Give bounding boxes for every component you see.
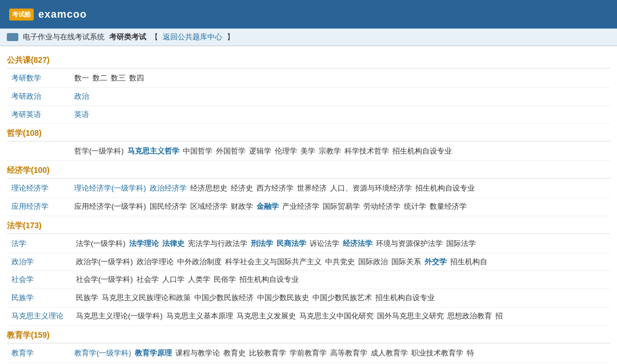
table-row: 社会学社会学(一级学科)社会学人口学人类学民俗学招生机构自设专业 — [7, 271, 610, 289]
subject-items: 哲学(一级学科)马克思主义哲学中国哲学外国哲学逻辑学伦理学美学宗教学科学技术哲学… — [70, 143, 610, 160]
subject-item-text: 中共党史 — [325, 257, 355, 266]
subject-item-text: 经济史 — [231, 184, 253, 192]
subject-item-text: 哲学(一级学科) — [74, 147, 124, 155]
logo-area: 考试酷 examcoo — [9, 9, 87, 21]
subject-item-text: 数四 — [129, 74, 144, 82]
subject-table: 法学法学(一级学科)法学理论法律史宪法学与行政法学刑法学民商法学诉讼法学经济法学… — [7, 235, 610, 326]
subject-label-link[interactable]: 民族学 — [11, 293, 34, 302]
subject-item-text: 比较教育学 — [249, 349, 286, 357]
subject-label-link[interactable]: 马克思主义理论 — [11, 312, 63, 320]
subject-table: 哲学(一级学科)马克思主义哲学中国哲学外国哲学逻辑学伦理学美学宗教学科学技术哲学… — [7, 143, 610, 161]
return-link[interactable]: 返回公共题库中心 — [163, 32, 222, 42]
subject-item-text: 中国少数民族艺术 — [312, 293, 372, 302]
table-row: 理论经济学理论经济学(一级学科)政治经济学经济思想史经济史西方经济学世界经济人口… — [7, 180, 610, 197]
subject-label-link[interactable]: 考研英语 — [11, 110, 41, 119]
subject-table: 教育学教育学(一级学科)教育学原理课程与教学论教育史比较教育学学前教育学高等教育… — [7, 345, 610, 364]
subject-item-text: 国外马克思主义研究 — [377, 312, 444, 320]
subject-items: 英语 — [70, 106, 610, 124]
table-row: 考研英语英语 — [7, 106, 610, 124]
subject-label[interactable]: 社会学 — [7, 271, 71, 289]
subject-label-link[interactable]: 理论经济学 — [11, 184, 49, 192]
section-title: 考研类考试 — [109, 32, 146, 42]
subject-label-link[interactable]: 法学 — [11, 239, 26, 248]
subject-label[interactable]: 应用经济学 — [7, 197, 70, 216]
subject-label[interactable]: 考研英语 — [7, 106, 70, 124]
subject-items: 应用经济学(一级学科)国民经济学区域经济学财政学金融学产业经济学国际贸易学劳动经… — [70, 197, 610, 216]
subject-items: 政治学(一级学科)政治学理论中外政治制度科学社会主义与国际共产主义中共党史国际政… — [71, 253, 610, 271]
subject-item-text: 法学(一级学科) — [76, 239, 126, 248]
subject-item-text: 国际政治 — [358, 257, 388, 266]
category-header: 经济学(100) — [7, 161, 610, 179]
table-row: 法学法学(一级学科)法学理论法律史宪法学与行政法学刑法学民商法学诉讼法学经济法学… — [7, 235, 610, 253]
subject-item-link-bold[interactable]: 金融学 — [257, 202, 279, 211]
subject-item-text: 政治学理论 — [137, 257, 174, 266]
subject-label[interactable]: 马克思主义理论 — [7, 307, 71, 325]
subject-item-link[interactable]: 政治经济学 — [150, 184, 187, 192]
subject-item-text: 财政学 — [231, 202, 253, 211]
subject-item-text: 美学 — [301, 147, 315, 155]
header: 考试酷 examcoo — [0, 0, 617, 29]
subject-item-link-bold[interactable]: 法学理论 — [129, 239, 159, 248]
subject-items: 社会学(一级学科)社会学人口学人类学民俗学招生机构自设专业 — [71, 271, 610, 289]
subject-item-link-bold[interactable]: 民商法学 — [277, 239, 306, 248]
subject-item-text: 劳动经济学 — [363, 202, 400, 211]
subject-label[interactable]: 教育学 — [7, 345, 70, 362]
subject-item-text: 科学社会主义与国际共产主义 — [225, 257, 322, 266]
subject-item-link[interactable]: 理论经济学(一级学科) — [74, 184, 146, 192]
subject-item-text: 招生机构自 — [450, 257, 487, 266]
system-name[interactable]: 电子作业与在线考试系统 — [23, 32, 105, 42]
subject-item-link[interactable]: 政治 — [74, 92, 89, 100]
table-row: 政治学政治学(一级学科)政治学理论中外政治制度科学社会主义与国际共产主义中共党史… — [7, 253, 610, 271]
subject-item-link-bold[interactable]: 教育学原理 — [135, 349, 172, 357]
subject-item-link-bold[interactable]: 经济法学 — [343, 239, 372, 248]
subject-item-link-bold[interactable]: 外交学 — [424, 257, 447, 266]
subject-item-text: 中国少数民族经济 — [194, 293, 254, 302]
subject-item-text: 社会学 — [137, 275, 159, 284]
subject-item-text: 中国少数民族史 — [257, 293, 309, 302]
subject-item-text: 马克思主义理论(一级学科) — [76, 312, 163, 320]
subject-label-link[interactable]: 教育学 — [11, 349, 34, 357]
subject-item-text: 数一 — [74, 74, 89, 82]
subject-label[interactable]: 民族学 — [7, 289, 71, 308]
subject-item-text: 思想政治教育 — [447, 312, 492, 320]
subject-item-text: 数量经济学 — [430, 202, 467, 211]
subject-items: 教育学(一级学科)教育学原理课程与教学论教育史比较教育学学前教育学高等教育学成人… — [70, 345, 610, 362]
subject-items: 政治 — [70, 87, 610, 106]
subject-item-link-bold[interactable]: 法律史 — [162, 239, 185, 248]
subject-item-link[interactable]: 教育学(一级学科) — [74, 349, 131, 357]
subject-item-link[interactable]: 英语 — [74, 110, 89, 119]
subject-item-text: 马克思主义民族理论和政策 — [102, 293, 191, 302]
subject-item-text: 数三 — [111, 74, 126, 82]
subject-item-text: 教育史 — [223, 349, 246, 357]
subject-item-text: 应用经济学(一级学科) — [74, 202, 146, 211]
subject-label — [7, 143, 70, 160]
subject-item-text: 国际贸易学 — [323, 202, 360, 211]
subject-item-text: 环境与资源保护法学 — [376, 239, 443, 248]
main-content: 公共课(827)考研数学数一数二数三数四考研政治政治考研英语英语哲学(108)哲… — [0, 46, 617, 364]
subject-label-link[interactable]: 应用经济学 — [11, 202, 49, 211]
table-row: 考研数学数一数二数三数四 — [7, 70, 610, 87]
subject-item-text: 诉讼法学 — [310, 239, 339, 248]
bracket-open: 【 — [151, 32, 158, 42]
subject-label-link[interactable]: 政治学 — [11, 257, 34, 266]
subject-item-text: 特 — [467, 349, 474, 357]
category-header: 哲学(108) — [7, 124, 610, 141]
subject-label-link[interactable]: 考研政治 — [11, 92, 41, 100]
subject-label[interactable]: 法学 — [7, 235, 71, 253]
logo-text: examcoo — [38, 9, 87, 21]
table-row: 应用经济学应用经济学(一级学科)国民经济学区域经济学财政学金融学产业经济学国际贸… — [7, 197, 610, 216]
subject-item-link-bold[interactable]: 刑法学 — [251, 239, 273, 248]
subject-label[interactable]: 理论经济学 — [7, 180, 70, 197]
subject-label[interactable]: 政治学 — [7, 253, 71, 271]
subject-item-text: 科学技术哲学 — [344, 147, 389, 155]
subject-item-text: 课程与教学论 — [175, 349, 220, 357]
subject-label-link[interactable]: 社会学 — [11, 275, 34, 284]
subject-item-text: 马克思主义基本原理 — [166, 312, 233, 320]
subject-items: 数一数二数三数四 — [70, 70, 610, 87]
subject-item-text: 马克思主义中国化研究 — [299, 312, 374, 320]
subject-label-link[interactable]: 考研数学 — [11, 74, 41, 82]
subject-label[interactable]: 考研数学 — [7, 70, 70, 87]
category-header: 公共课(827) — [7, 51, 610, 68]
subject-item-link-bold[interactable]: 马克思主义哲学 — [127, 147, 179, 155]
subject-label[interactable]: 考研政治 — [7, 87, 70, 106]
